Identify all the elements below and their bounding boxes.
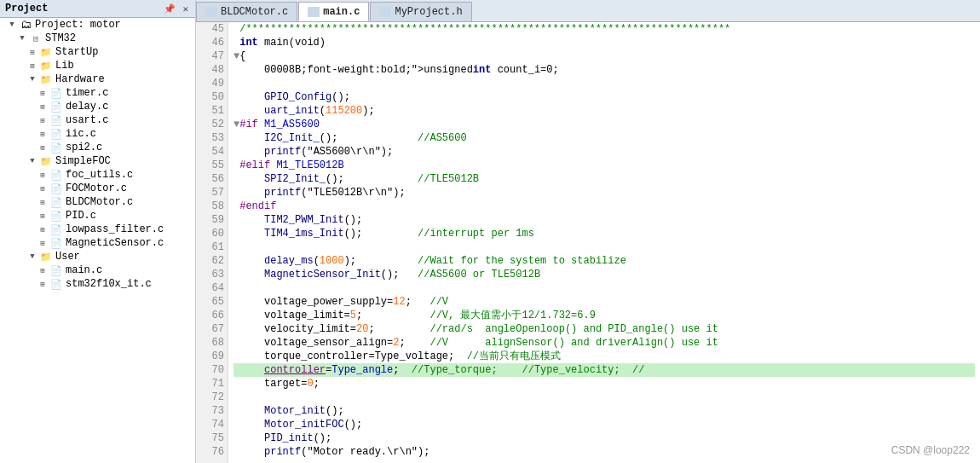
tree-item-simplefoc[interactable]: ▼ 📁 SimpleFOC (0, 154, 195, 168)
file-icon-stm32f10x: 📄 (49, 278, 63, 290)
toggle-simplefoc: ▼ (27, 156, 37, 166)
tree-item-foc-utils[interactable]: ⊞ 📄 foc_utils.c (0, 168, 195, 182)
toggle-project: ▼ (7, 20, 17, 30)
line-number-56: 56 (199, 172, 224, 186)
code-line-51: ▼ uart_init(115200); (233, 104, 975, 118)
code-line-69: ▼ torque_controller=Type_voltage; //当前只有… (233, 350, 975, 363)
file-icon-usart: 📄 (49, 114, 63, 126)
tab-label-myproject: MyProject.h (395, 6, 462, 18)
lib-label: Lib (55, 60, 74, 72)
toggle-bldcmotor: ⊞ (37, 197, 48, 207)
pin-icon[interactable]: 📌 (162, 3, 177, 14)
code-area: 4546474849505152535455565758596061626364… (196, 22, 980, 463)
editor-area: BLDCMotor.c main.c MyProject.h 454647484… (196, 0, 980, 463)
startup-label: StartUp (55, 46, 98, 58)
tab-main[interactable]: main.c (298, 2, 369, 21)
line-number-67: 67 (199, 322, 224, 336)
user-label: User (55, 251, 80, 263)
line-number-72: 72 (199, 391, 224, 404)
code-line-48: ▼ 00008B;font-weight:bold;">unsigned int… (233, 63, 975, 77)
tree-item-focmotor[interactable]: ⊞ 📄 FOCMotor.c (0, 182, 195, 195)
spi2-label: spi2.c (66, 142, 102, 153)
code-line-72: ▼ (233, 391, 975, 404)
tab-bldcmotor[interactable]: BLDCMotor.c (196, 2, 297, 21)
code-line-70: ▼ controller=Type_angle; //Type_torque; … (233, 363, 975, 377)
file-icon-pid: 📄 (49, 210, 63, 222)
foc-utils-label: foc_utils.c (66, 169, 133, 181)
tab-myproject[interactable]: MyProject.h (370, 2, 471, 21)
code-content[interactable]: ▼/**************************************… (228, 22, 980, 463)
line-number-70: 70 (199, 363, 224, 377)
toggle-stm32: ▼ (17, 33, 27, 43)
tree-item-main[interactable]: ⊞ 📄 main.c (0, 263, 195, 277)
code-line-64: ▼ (233, 281, 975, 295)
tree-item-stm32f10x[interactable]: ⊞ 📄 stm32f10x_it.c (0, 277, 195, 291)
pid-label: PID.c (66, 210, 96, 222)
tree-item-lowpass[interactable]: ⊞ 📄 lowpass_filter.c (0, 223, 195, 236)
tree-item-bldcmotor[interactable]: ⊞ 📄 BLDCMotor.c (0, 195, 195, 209)
line-number-53: 53 (199, 131, 224, 145)
line-number-58: 58 (199, 200, 224, 213)
main-label: main.c (66, 264, 102, 276)
delay-label: delay.c (66, 101, 108, 113)
tree-item-delay[interactable]: ⊞ 📄 delay.c (0, 100, 195, 113)
stm32-label: STM32 (45, 32, 76, 44)
toggle-lib: ⊞ (27, 61, 37, 71)
line-number-46: 46 (199, 36, 224, 49)
tree-item-user[interactable]: ▼ 📁 User (0, 250, 195, 263)
code-line-50: ▼ GPIO_Config(); (233, 90, 975, 104)
magnetic-label: MagneticSensor.c (66, 237, 164, 249)
line-numbers: 4546474849505152535455565758596061626364… (196, 22, 228, 463)
tree-item-stm32[interactable]: ▼ ⊞ STM32 (0, 32, 195, 45)
tree-item-startup[interactable]: ⊞ 📁 StartUp (0, 45, 195, 59)
tree-item-project[interactable]: ▼ 🗂 Project: motor (0, 18, 195, 32)
toggle-timer: ⊞ (37, 88, 48, 98)
lowpass-label: lowpass_filter.c (66, 223, 164, 235)
close-sidebar-button[interactable]: ✕ (181, 3, 190, 14)
line-number-51: 51 (199, 104, 224, 118)
line-number-45: 45 (199, 22, 224, 36)
toggle-foc-utils: ⊞ (37, 170, 48, 180)
code-line-47: ▼{ (233, 49, 975, 63)
tree-item-iic[interactable]: ⊞ 📄 iic.c (0, 127, 195, 141)
line-number-63: 63 (199, 268, 224, 281)
toggle-startup: ⊞ (27, 47, 37, 57)
line-number-76: 76 (199, 445, 224, 459)
line-number-71: 71 (199, 377, 224, 391)
folder-icon-simplefoc: 📁 (39, 155, 53, 167)
file-icon-main: 📄 (49, 264, 63, 276)
tree-item-spi2[interactable]: ⊞ 📄 spi2.c (0, 141, 195, 154)
tree-item-magnetic[interactable]: ⊞ 📄 MagneticSensor.c (0, 236, 195, 250)
file-icon-lowpass: 📄 (49, 223, 63, 235)
code-line-59: ▼ TIM2_PWM_Init(); (233, 213, 975, 227)
line-number-50: 50 (199, 90, 224, 104)
focmotor-label: FOCMotor.c (66, 182, 127, 194)
tab-bar: BLDCMotor.c main.c MyProject.h (196, 0, 980, 22)
tree-item-lib[interactable]: ⊞ 📁 Lib (0, 59, 195, 72)
toggle-stm32f10x: ⊞ (37, 279, 48, 289)
line-number-62: 62 (199, 254, 224, 268)
tree-item-pid[interactable]: ⊞ 📄 PID.c (0, 209, 195, 223)
tree-item-timer[interactable]: ⊞ 📄 timer.c (0, 86, 195, 100)
chip-icon: ⊞ (29, 32, 43, 44)
toggle-iic: ⊞ (37, 129, 48, 139)
line-number-55: 55 (199, 159, 224, 172)
tree-item-usart[interactable]: ⊞ 📄 usart.c (0, 113, 195, 127)
sidebar-header: Project 📌 ✕ (0, 0, 195, 18)
code-line-57: ▼ printf("TLE5012B\r\n"); (233, 186, 975, 200)
toggle-usart: ⊞ (37, 115, 48, 125)
code-line-45: ▼/**************************************… (233, 22, 975, 36)
line-number-52: 52 (199, 118, 224, 131)
toggle-user: ▼ (27, 252, 37, 262)
simplefoc-label: SimpleFOC (55, 155, 111, 167)
tab-label-main: main.c (323, 6, 360, 18)
code-line-55: ▼#elif M1_TLE5012B (233, 159, 975, 172)
line-number-65: 65 (199, 295, 224, 309)
code-line-73: ▼ Motor_init(); (233, 404, 975, 418)
timer-label: timer.c (66, 87, 108, 99)
code-line-54: ▼ printf("AS5600\r\n"); (233, 145, 975, 159)
line-number-68: 68 (199, 336, 224, 350)
file-icon-delay: 📄 (49, 101, 63, 113)
tree-item-hardware[interactable]: ▼ 📁 Hardware (0, 72, 195, 86)
line-number-69: 69 (199, 350, 224, 363)
